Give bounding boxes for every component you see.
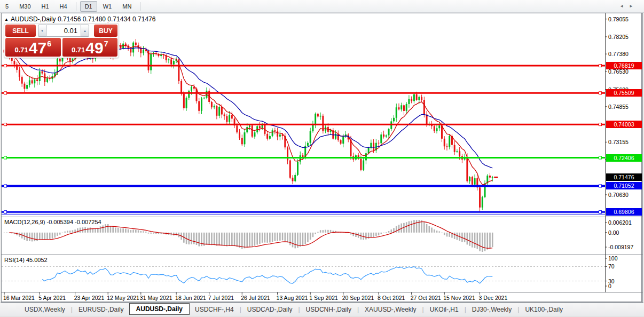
chart-tab-xauusd-weekly[interactable]: XAUUSD-,Weekly	[359, 304, 421, 315]
sell-button[interactable]: SELL	[5, 25, 36, 37]
tab-separator: |	[465, 306, 466, 313]
ask-pip-digit: 7	[104, 39, 108, 48]
tab-scroll-left-icon[interactable]: ◄	[619, 4, 629, 9]
timeframe-button-5[interactable]: 5	[1, 1, 13, 12]
chart-tab-usdcnh-daily[interactable]: USDCNH-,Daily	[301, 304, 357, 315]
chart-title-text: AUDUSD-,Daily 0.71456 0.71480 0.71434 0.…	[11, 15, 156, 23]
volume-decrease-button[interactable]: ▾	[38, 25, 46, 37]
tab-separator: |	[422, 306, 424, 313]
chart-tab-bar: USDX,Weekly|EURUSD-,DailyAUDUSD-,DailyUS…	[0, 303, 644, 316]
chart-tab-audusd-daily[interactable]: AUDUSD-,Daily	[129, 303, 190, 315]
tab-scroll-right-icon[interactable]: ►	[629, 4, 639, 9]
tab-separator: |	[71, 306, 73, 313]
tab-separator: |	[298, 306, 300, 313]
chart-tab-usdchf-h4[interactable]: USDCHF-,H4	[190, 304, 239, 315]
tab-separator: |	[517, 306, 519, 313]
chart-tab-eurusd-daily[interactable]: EURUSD-,Daily	[73, 304, 129, 315]
volume-input[interactable]: 0.01	[46, 25, 81, 37]
timeframe-toolbar: 5M30H1H4D1W1MN	[0, 0, 644, 13]
tab-scroll-arrows: ◄►	[619, 4, 639, 9]
chart-tab-usdcad-daily[interactable]: USDCAD-,Daily	[242, 304, 298, 315]
ask-big-digits: 49	[85, 41, 103, 56]
buy-button[interactable]: BUY	[94, 25, 117, 37]
one-click-trading-panel: SELL ▾ 0.01 ▴ BUY 0.71476 0.71497	[4, 23, 119, 58]
tab-separator: |	[240, 306, 241, 313]
chart-tab-uk100-daily[interactable]: UK100-,Daily	[520, 304, 568, 315]
bid-pip-digit: 6	[47, 39, 51, 48]
chart-tab-dj30-weekly[interactable]: DJ30-,Weekly	[467, 304, 517, 315]
bid-big-digits: 47	[29, 41, 46, 56]
timeframe-button-d1[interactable]: D1	[80, 1, 97, 12]
bid-price-tile[interactable]: 0.71476	[5, 38, 61, 57]
collapse-panel-icon[interactable]: ▲	[4, 17, 9, 22]
timeframe-button-m30[interactable]: M30	[14, 1, 35, 12]
bid-prefix: 0.71	[15, 46, 28, 54]
ask-price-tile[interactable]: 0.71497	[62, 38, 118, 57]
timeframe-button-w1[interactable]: W1	[98, 1, 117, 12]
toolbar-separator	[76, 2, 76, 11]
ask-prefix: 0.71	[72, 46, 85, 54]
chart-tab-ukoil-h1[interactable]: UKOil-,H1	[425, 304, 464, 315]
toolbar-separator	[140, 2, 140, 11]
timeframe-button-mn[interactable]: MN	[117, 1, 136, 12]
chart-title: ▲AUDUSD-,Daily 0.71456 0.71480 0.71434 0…	[4, 15, 155, 23]
timeframe-button-h1[interactable]: H1	[37, 1, 54, 12]
chart-tab-usdx-weekly[interactable]: USDX,Weekly	[19, 304, 70, 315]
volume-increase-button[interactable]: ▴	[81, 25, 89, 37]
timeframe-button-h4[interactable]: H4	[55, 1, 72, 12]
tab-separator: |	[357, 306, 359, 313]
